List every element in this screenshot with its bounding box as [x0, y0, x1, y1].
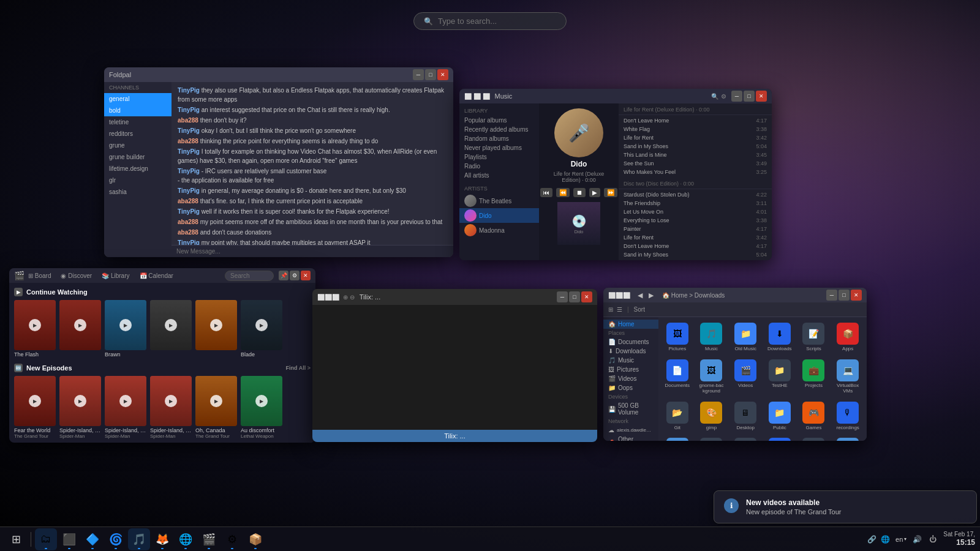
files-sidebar-oops[interactable]: 📁Oops — [603, 383, 658, 392]
files-sidebar-documents[interactable]: 📄Documents — [603, 337, 658, 347]
files-list-icon[interactable]: ☰ — [617, 306, 622, 313]
file-item-gnome-bg[interactable]: 🖼 gnome-background — [696, 358, 727, 396]
stremio-card[interactable]: ▶ The Flash — [14, 300, 56, 358]
music-track[interactable]: White Flag3:38 — [619, 125, 772, 133]
sidebar-item-general[interactable]: general — [104, 93, 172, 105]
music-track[interactable]: Life for Rent3:42 — [619, 233, 772, 242]
stremio-card[interactable]: ▶ — [59, 300, 101, 358]
see-all-episodes-btn[interactable]: Find All > — [286, 365, 311, 371]
music-maximize-btn[interactable]: □ — [744, 91, 755, 102]
file-item-motion[interactable]: 🎞 motion-acturnel — [799, 436, 829, 441]
file-item-recordings[interactable]: 🎙 recordings — [832, 400, 863, 433]
taskbar-app-settings[interactable]: ⚙ — [221, 528, 243, 550]
music-track[interactable]: Let Us Move On4:01 — [619, 208, 772, 216]
notification-toast[interactable]: ℹ New videos available New episode of Th… — [714, 490, 977, 523]
file-item-galaxy[interactable]: 📜 Galaxy teleScript — [764, 436, 795, 441]
files-sidebar-pictures[interactable]: 🖼Pictures — [603, 365, 658, 374]
stremio-nav-board[interactable]: ⊞ Board — [28, 272, 51, 279]
music-artist-beatles[interactable]: The Beatles — [459, 193, 539, 208]
file-item-downloads[interactable]: ⬇ Downloads — [764, 321, 795, 354]
music-track[interactable]: Life for Rent3:42 — [619, 133, 772, 142]
stremio-nav-discover[interactable]: ◉ Discover — [61, 272, 92, 279]
file-item-status[interactable]: 📊 status — [832, 436, 863, 441]
music-random[interactable]: Random albums — [459, 134, 539, 143]
music-track[interactable]: Who Makes You Feel3:25 — [619, 168, 772, 176]
file-item-projects[interactable]: 💼 Projects — [799, 358, 829, 396]
system-clock[interactable]: Sat Feb 17, 15:15 — [943, 530, 975, 548]
music-close-btn[interactable]: ✕ — [756, 91, 767, 102]
music-track[interactable]: Don't Leave Home4:17 — [619, 116, 772, 125]
stremio-card[interactable]: ▶ Spider-Island, Part Five Spider-Man — [150, 376, 192, 439]
music-stop-btn[interactable]: ⏹ — [573, 188, 586, 197]
sidebar-item-teletine[interactable]: teletine — [104, 116, 172, 128]
files-downloads-label[interactable]: Downloads — [695, 292, 725, 299]
music-rewind-btn[interactable]: ⏪ — [556, 188, 570, 197]
file-item-pictures[interactable]: 🖼 Pictures — [662, 321, 693, 354]
stremio-pin-btn[interactable]: 📌 — [279, 271, 288, 280]
taskbar-app-vscode[interactable]: 🔷 — [81, 528, 104, 550]
files-sidebar-other[interactable]: 📍Other Locations — [603, 435, 658, 441]
taskbar-app-stremio[interactable]: 🎬 — [198, 528, 220, 550]
music-play-btn[interactable]: ▶ — [589, 188, 600, 197]
tilix-terminal-body[interactable] — [312, 305, 597, 430]
music-never-played[interactable]: Never played albums — [459, 143, 539, 152]
stremio-nav-library[interactable]: 📚 Library — [102, 272, 129, 279]
file-item-git1[interactable]: 📂 Git — [662, 400, 693, 433]
file-item-desktop[interactable]: 🖥 Desktop — [730, 400, 761, 433]
music-track[interactable]: Don't Believe in Love3:55 — [619, 259, 772, 260]
stremio-card[interactable]: ▶ Oh, Canada The Grand Tour — [195, 376, 237, 439]
stremio-card[interactable]: ▶ Spider-Island, Part Four Spider-Man — [105, 376, 146, 439]
music-ffwd-btn[interactable]: ⏩ — [604, 188, 617, 197]
files-maximize-btn[interactable]: □ — [839, 290, 850, 301]
file-item-gimp[interactable]: 🎨 gimp — [696, 400, 727, 433]
files-back-btn[interactable]: ◀ — [638, 291, 643, 299]
stremio-search-input[interactable] — [225, 271, 274, 281]
tilix-maximize-btn[interactable]: □ — [569, 291, 580, 302]
files-minimize-btn[interactable]: ─ — [826, 290, 837, 301]
music-track[interactable]: Stardust (Dido Stolen Dub)4:22 — [619, 190, 772, 199]
tilix-minimize-btn[interactable]: ─ — [557, 291, 568, 302]
files-sidebar-videos[interactable]: 🎬Videos — [603, 374, 658, 383]
taskbar-app-terminal[interactable]: ⬛ — [58, 528, 80, 550]
music-radio[interactable]: Radio — [459, 162, 539, 171]
music-artist-dido[interactable]: Dido — [459, 208, 539, 223]
taskbar-app-unknown[interactable]: 📦 — [244, 528, 266, 550]
music-track[interactable]: Sand in My Shoes5:04 — [619, 250, 772, 259]
files-fwd-btn[interactable]: ▶ — [649, 291, 654, 299]
taskbar-app-firefox[interactable]: 🦊 — [151, 528, 173, 550]
file-item-videos[interactable]: 🎬 Videos — [730, 358, 761, 396]
music-track[interactable]: This Land is Mine3:45 — [619, 151, 772, 159]
files-sidebar-cloud[interactable]: ☁alexis.dawdle@g... — [603, 425, 658, 435]
tilix-close-btn[interactable]: ✕ — [581, 291, 592, 302]
file-item-scripts[interactable]: 📝 Scripts — [799, 321, 829, 354]
stremio-nav-calendar[interactable]: 📅 Calendar — [140, 272, 173, 279]
files-close-btn[interactable]: ✕ — [851, 290, 862, 301]
music-prev-btn[interactable]: ⏮ — [540, 188, 552, 197]
tray-volume-icon[interactable]: 🔊 — [911, 534, 922, 545]
sidebar-item-glr[interactable]: glr — [104, 174, 172, 186]
file-item-virtualbox[interactable]: 💻 VirtualBox VMs — [832, 358, 863, 396]
stremio-card[interactable]: ▶ Au discomfort Lethal Weapon — [241, 376, 282, 439]
sidebar-item-sashia[interactable]: sashia — [104, 186, 172, 198]
file-item-demo[interactable]: 📁 Demo — [696, 436, 727, 441]
tray-network-icon[interactable]: 🔗 — [866, 534, 877, 545]
stremio-card[interactable]: ▶ — [150, 300, 192, 358]
files-sidebar-volume[interactable]: 💾500 GB Volume — [603, 401, 658, 417]
sidebar-item-bold[interactable]: bold — [104, 105, 172, 116]
files-sidebar-music[interactable]: 🎵Music — [603, 356, 658, 365]
taskbar-app-media[interactable]: 🎵 — [128, 528, 150, 550]
music-artist-madonna[interactable]: Madonna — [459, 223, 539, 238]
file-item-documents[interactable]: 📄 Documents — [662, 358, 693, 396]
file-item-testhe[interactable]: 📁 TestHE — [764, 358, 795, 396]
file-item-music[interactable]: 🎵 Music — [696, 321, 727, 354]
music-minimize-btn[interactable]: ─ — [731, 91, 742, 102]
sidebar-item-grune[interactable]: grune — [104, 140, 172, 151]
taskbar-app-files[interactable]: 🗂 — [35, 528, 57, 550]
stremio-card[interactable]: ▶ Brawn — [105, 300, 146, 358]
sidebar-item-grune-builder[interactable]: grune builder — [104, 151, 172, 163]
taskbar-app-chrome[interactable]: 🌐 — [175, 528, 197, 550]
taskbar-apps-grid-btn[interactable]: ⊞ — [5, 528, 27, 550]
chat-input[interactable] — [176, 248, 448, 255]
music-track[interactable]: Don't Leave Home4:17 — [619, 242, 772, 250]
files-home-label[interactable]: 🏠 Home — [662, 292, 687, 299]
